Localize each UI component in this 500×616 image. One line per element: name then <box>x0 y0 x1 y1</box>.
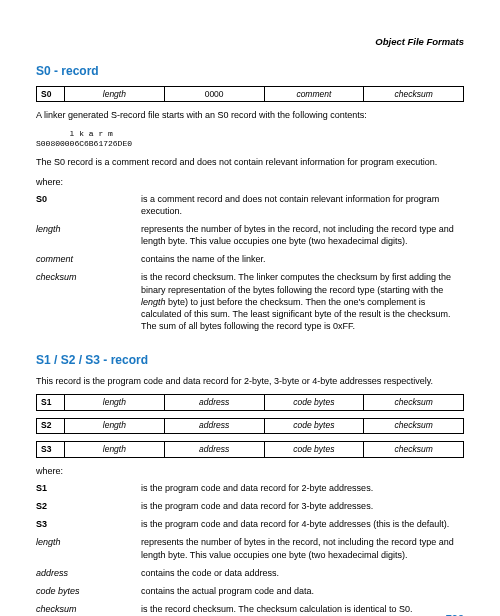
cell-length: length <box>65 87 165 102</box>
cell-comment: comment <box>264 87 364 102</box>
page-content: Object File Formats S0 - record S0 lengt… <box>0 0 500 616</box>
s0-example-block: l k a r m S00800006C6B61726DE0 <box>36 129 464 150</box>
def-term: address <box>36 567 141 585</box>
s0-heading: S0 - record <box>36 63 464 79</box>
cell-checksum: checksum <box>364 418 464 433</box>
cell-codebytes: code bytes <box>264 418 364 433</box>
cell-s0: S0 <box>37 87 65 102</box>
cell-checksum: checksum <box>364 87 464 102</box>
cell-s2: S2 <box>37 418 65 433</box>
def-desc: is the program code and data record for … <box>141 482 464 500</box>
def-term: length <box>36 536 141 566</box>
cell-length: length <box>65 442 165 457</box>
def-desc: is the program code and data record for … <box>141 518 464 536</box>
cell-length: length <box>65 418 165 433</box>
cell-address: address <box>164 442 264 457</box>
def-term: S3 <box>36 518 141 536</box>
s0-where-label: where: <box>36 176 464 188</box>
page-header: Object File Formats <box>36 36 464 49</box>
cell-codebytes: code bytes <box>264 395 364 410</box>
s3-record-table: S3 length address code bytes checksum <box>36 441 464 457</box>
s1-record-table: S1 length address code bytes checksum <box>36 394 464 410</box>
cell-s1: S1 <box>37 395 65 410</box>
s123-where-label: where: <box>36 465 464 477</box>
def-desc: represents the number of bytes in the re… <box>141 536 464 566</box>
page-number: 799 <box>446 612 464 616</box>
def-term: code bytes <box>36 585 141 603</box>
def-term: S2 <box>36 500 141 518</box>
s123-intro: This record is the program code and data… <box>36 375 464 387</box>
def-desc: contains the actual program code and dat… <box>141 585 464 603</box>
def-term: S0 <box>36 193 141 223</box>
s0-note: The S0 record is a comment record and do… <box>36 156 464 168</box>
cell-length: length <box>65 395 165 410</box>
cell-address: address <box>164 418 264 433</box>
def-term: checksum <box>36 271 141 338</box>
cell-s3: S3 <box>37 442 65 457</box>
s0-intro: A linker generated S-record file starts … <box>36 109 464 121</box>
def-desc: is the record checksum. The linker compu… <box>141 271 464 338</box>
def-desc: contains the code or data address. <box>141 567 464 585</box>
def-desc: represents the number of bytes in the re… <box>141 223 464 253</box>
def-desc: is the record checksum. The checksum cal… <box>141 603 464 616</box>
s0-record-table: S0 length 0000 comment checksum <box>36 86 464 102</box>
def-desc: is a comment record and does not contain… <box>141 193 464 223</box>
cell-address: address <box>164 395 264 410</box>
cell-checksum: checksum <box>364 395 464 410</box>
s0-definition-list: S0 is a comment record and does not cont… <box>36 193 464 338</box>
s123-definition-list: S1 is the program code and data record f… <box>36 482 464 616</box>
s2-record-table: S2 length address code bytes checksum <box>36 418 464 434</box>
def-desc: is the program code and data record for … <box>141 500 464 518</box>
cell-0000: 0000 <box>164 87 264 102</box>
cell-codebytes: code bytes <box>264 442 364 457</box>
def-term: comment <box>36 253 141 271</box>
s123-heading: S1 / S2 / S3 - record <box>36 352 464 368</box>
def-term: checksum <box>36 603 141 616</box>
def-desc: contains the name of the linker. <box>141 253 464 271</box>
def-term: length <box>36 223 141 253</box>
def-term: S1 <box>36 482 141 500</box>
cell-checksum: checksum <box>364 442 464 457</box>
